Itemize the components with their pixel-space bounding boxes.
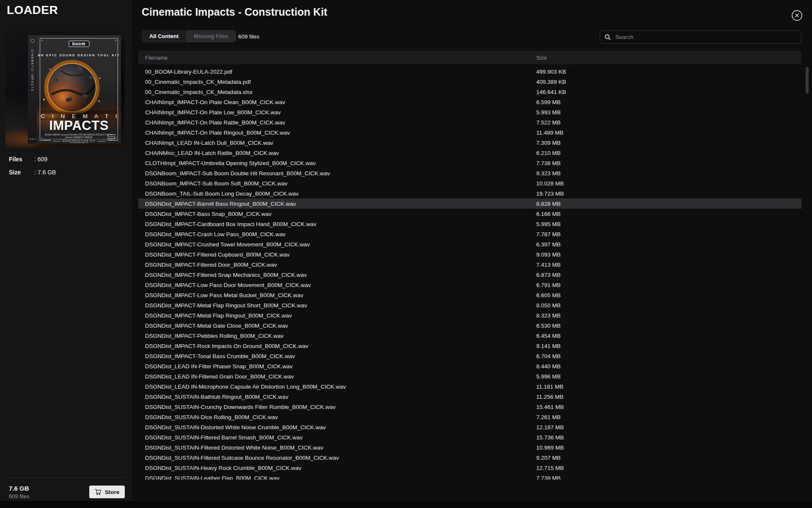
scrollbar-thumb[interactable] <box>806 67 809 94</box>
table-row[interactable]: DSGNDist_IMPACT-Filtered Snap Mechanics_… <box>138 270 801 280</box>
table-row[interactable]: DSGNDist_SUSTAIN-Heavy Rock Crumble_B00M… <box>138 463 801 473</box>
file-size-cell: 11.489 MB <box>536 130 563 136</box>
file-name-cell: CHAINImpt_IMPACT-On Plate Low_B00M_CICK.… <box>138 109 281 116</box>
file-size-cell: 15.461 MB <box>536 404 564 410</box>
table-row[interactable]: DSGNBoom_IMPACT-Sub Boom Soft_B00M_CICK.… <box>138 178 801 188</box>
file-name-cell: DSGNDist_LEAD IN-Filter Phaser Snap_B00M… <box>138 363 293 370</box>
search-input[interactable] <box>615 34 797 40</box>
file-size-cell: 11.181 MB <box>536 384 563 390</box>
table-row[interactable]: DSGNDist_IMPACT-Low Pass Door Movement_B… <box>138 280 801 290</box>
file-name-cell: DSGNDist_LEAD IN-Microphone Capsule Air … <box>138 384 346 390</box>
column-header-size: Size <box>536 55 547 61</box>
product-box-front: boom AN EPIC SOUND DESIGN TOOL KIT <box>37 35 121 144</box>
table-row[interactable]: DSGNDist_IMPACT-Metal Flap Ringout Short… <box>138 300 801 310</box>
file-name-cell: DSGNDist_IMPACT-Tonal Bass Crumble_B00M_… <box>138 353 295 359</box>
table-row[interactable]: CHAINImpt_IMPACT-On Plate Ringout_B00M_C… <box>138 127 801 138</box>
table-row[interactable]: CHAINImpt_LEAD IN-Latch Dull_B00M_CICK.w… <box>138 138 801 148</box>
spine-brand: boom <box>29 138 36 140</box>
table-row[interactable]: DSGNDist_IMPACT-Barrell Bass Ringout_B00… <box>138 199 801 209</box>
file-size-cell: 6.530 MB <box>536 323 561 329</box>
search-box[interactable] <box>600 30 801 44</box>
table-row[interactable]: DSGNDist_LEAD IN-Microphone Capsule Air … <box>138 381 801 392</box>
file-name-cell: DSGNDist_IMPACT-Crash Low Pass_B00M_CICK… <box>138 231 285 237</box>
table-row[interactable]: 00_Cinematic_Impacts_CK_Metadata.xlsx 14… <box>138 87 801 97</box>
table-row[interactable]: DSGNDist_IMPACT-Cardboard Box Impact Han… <box>138 219 801 229</box>
table-row[interactable]: CHAINImpt_IMPACT-On Plate Low_B00M_CICK.… <box>138 107 801 117</box>
table-row[interactable]: DSGNDist_IMPACT-Pebbles Rolling_B00M_CIC… <box>138 331 801 341</box>
table-row[interactable]: DSGNDist_SUSTAIN-Bathtub Ringout_B00M_CI… <box>138 392 801 402</box>
file-name-cell: DSGNDist_IMPACT-Barrell Bass Ringout_B00… <box>138 201 296 207</box>
table-row[interactable]: DSGNDist_IMPACT-Low Pass Metal Bucket_B0… <box>138 290 801 300</box>
table-row[interactable]: DSGNDist_IMPACT-Tonal Bass Crumble_B00M_… <box>138 351 801 361</box>
file-name-cell: DSGNDist_IMPACT-Filtered Cupboard_B00M_C… <box>138 251 290 258</box>
table-row[interactable]: DSGNDist_IMPACT-Filtered Door_B00M_CICK.… <box>138 260 801 270</box>
table-row[interactable]: DSGNDist_IMPACT-Filtered Cupboard_B00M_C… <box>138 249 801 260</box>
tab-missing-files[interactable]: Missing Files <box>186 30 236 42</box>
files-value: : 609 <box>34 156 47 163</box>
table-row[interactable]: DSGNDist_IMPACT-Metal Flap Ringout_B00M_… <box>138 310 801 320</box>
screw-icon <box>115 138 116 139</box>
table-row[interactable]: DSGNDist_IMPACT-Bass Snap_B00M_CICK.wav … <box>138 209 801 219</box>
cart-icon <box>95 489 102 495</box>
table-row[interactable]: 00_Cinematic_Impacts_CK_Metadata.pdf 409… <box>138 77 801 87</box>
content-tabs: All Content Missing Files <box>142 30 236 42</box>
size-value: : 7.6 GB <box>34 169 56 176</box>
total-size: 7.6 GB <box>9 485 29 492</box>
table-row[interactable]: DSGNDist_SUSTAIN-Filtered Distorted Whit… <box>138 442 801 453</box>
circle-x-icon <box>791 9 803 22</box>
size-label: Size <box>9 169 34 176</box>
product-box: CINEMATIC IMPACTS boom boom AN EPIC SOUN… <box>28 35 121 144</box>
table-row[interactable]: DSGNDist_IMPACT-Crushed Towel Movement_B… <box>138 239 801 249</box>
file-name-cell: DSGNDist_IMPACT-Metal Flap Ringout Short… <box>138 302 307 309</box>
table-row[interactable]: DSGNDist_SUSTAIN-Distorted White Noise C… <box>138 422 801 432</box>
table-row[interactable]: DSGNDist_IMPACT-Rock Impacts On Ground_B… <box>138 341 801 351</box>
file-size-cell: 8.828 MB <box>536 201 561 207</box>
screw-icon <box>41 40 43 41</box>
table-row[interactable]: CLOTHImpt_IMPACT-Umbrella Opening Styliz… <box>138 158 801 168</box>
store-button[interactable]: Store <box>89 486 125 498</box>
file-name-cell: DSGNDist_LEAD IN-Filtered Grain Door_B00… <box>138 373 294 380</box>
file-size-cell: 6.397 MB <box>536 241 561 248</box>
table-row[interactable]: CHAINImpt_IMPACT-On Plate Rattle_B00M_CI… <box>138 117 801 127</box>
file-name-cell: CHAINImpt_IMPACT-On Plate Ringout_B00M_C… <box>138 130 290 136</box>
tab-all-content[interactable]: All Content <box>142 30 186 42</box>
table-row[interactable]: 00_BOOM-Library-EULA-2022.pdf 499.903 KB <box>138 66 801 77</box>
spine-title: CINEMATIC IMPACTS <box>31 50 34 91</box>
table-row[interactable]: DSGNDist_SUSTAIN-Leather Flap_B00M_CICK.… <box>138 473 801 480</box>
file-name-cell: DSGNDist_SUSTAIN-Crunchy Downwards Filte… <box>138 404 336 410</box>
file-size-cell: 7.738 MB <box>536 160 561 166</box>
file-name-cell: DSGNDist_SUSTAIN-Dice Rolling_B00M_CICK.… <box>138 414 278 420</box>
table-row[interactable]: DSGNDist_LEAD IN-Filtered Grain Door_B00… <box>138 371 801 381</box>
file-size-cell: 19.723 MB <box>536 190 564 197</box>
file-size-cell: 9.323 MB <box>536 170 561 177</box>
file-name-cell: DSGNDist_IMPACT-Bass Snap_B00M_CICK.wav <box>138 211 272 217</box>
file-size-cell: 8.440 MB <box>536 363 561 370</box>
table-row[interactable]: CHAINMisc_LEAD IN-Latch Rattle_B00M_CICK… <box>138 148 801 158</box>
table-row[interactable]: DSGNDist_SUSTAIN-Crunchy Downwards Filte… <box>138 402 801 412</box>
file-size-cell: 499.903 KB <box>536 69 566 75</box>
file-size-cell: 5.996 MB <box>536 373 561 380</box>
close-button[interactable] <box>791 9 803 22</box>
cover-stamp <box>108 134 115 138</box>
column-header-filename: Filename <box>138 55 167 61</box>
file-name-cell: DSGNDist_IMPACT-Low Pass Metal Bucket_B0… <box>138 292 303 298</box>
product-cover-image: CINEMATIC IMPACTS boom boom AN EPIC SOUN… <box>5 31 125 148</box>
table-row[interactable]: DSGNDist_SUSTAIN-Dice Rolling_B00M_CICK.… <box>138 412 801 422</box>
file-size-cell: 6.873 MB <box>536 272 561 278</box>
cover-kit-label: CONSTRUCTION KIT <box>50 140 107 142</box>
size-meta-row: Size : 7.6 GB <box>9 169 56 176</box>
table-row[interactable]: DSGNDist_IMPACT-Metal Gate Close_B00M_CI… <box>138 320 801 331</box>
file-name-cell: DSGNDist_IMPACT-Pebbles Rolling_B00M_CIC… <box>138 333 284 339</box>
file-list: 00_BOOM-Library-EULA-2022.pdf 499.903 KB… <box>138 64 801 480</box>
table-row[interactable]: DSGNDist_SUSTAIN-Filtered Suitcase Bounc… <box>138 453 801 463</box>
table-row[interactable]: DSGNDist_IMPACT-Crash Low Pass_B00M_CICK… <box>138 229 801 239</box>
table-row[interactable]: DSGNDist_LEAD IN-Filter Phaser Snap_B00M… <box>138 361 801 371</box>
file-name-cell: CLOTHImpt_IMPACT-Umbrella Opening Styliz… <box>138 160 315 166</box>
table-row[interactable]: DSGNDist_SUSTAIN-Filtered Barrel Smash_B… <box>138 432 801 442</box>
files-meta-row: Files : 609 <box>9 156 47 163</box>
file-name-cell: DSGNDist_SUSTAIN-Bathtub Ringout_B00M_CI… <box>138 394 288 400</box>
table-row[interactable]: DSGNBoom_TAIL-Sub Boom Long Decay_B00M_C… <box>138 188 801 199</box>
screw-icon <box>115 40 116 41</box>
table-row[interactable]: CHAINImpt_IMPACT-On Plate Clean_B00M_CIC… <box>138 97 801 107</box>
table-row[interactable]: DSGNBoom_IMPACT-Sub Boom Double Hit Reso… <box>138 168 801 178</box>
